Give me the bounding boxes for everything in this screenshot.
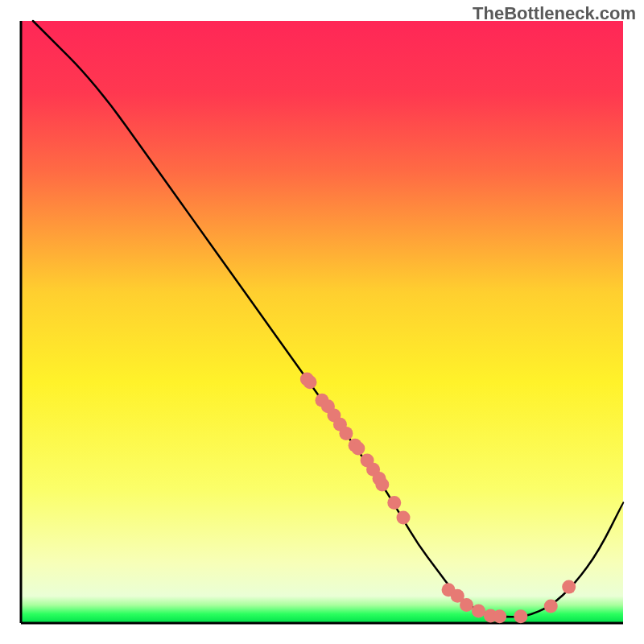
chart-svg: [0, 0, 644, 644]
scatter-point: [544, 600, 558, 613]
scatter-point: [387, 496, 401, 510]
chart-container: TheBottleneck.com: [0, 0, 644, 644]
scatter-point: [375, 477, 389, 491]
scatter-point: [514, 609, 527, 623]
scatter-point: [396, 511, 410, 525]
attribution-label: TheBottleneck.com: [473, 3, 636, 24]
gradient-background: [21, 21, 623, 623]
scatter-point: [339, 427, 353, 440]
scatter-point: [460, 598, 473, 612]
scatter-point: [303, 375, 317, 389]
scatter-point: [493, 609, 506, 623]
scatter-point: [351, 442, 365, 456]
scatter-point: [472, 605, 485, 618]
scatter-point: [562, 580, 576, 594]
